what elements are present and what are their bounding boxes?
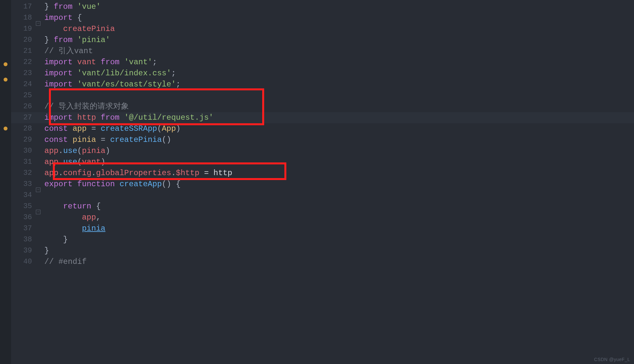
code-line[interactable]: 25 — [11, 90, 634, 101]
code-content[interactable]: import http from '@/util/request.js' — [42, 112, 634, 123]
code-line[interactable]: 39} — [11, 245, 634, 256]
code-content[interactable]: app, — [42, 212, 634, 223]
token: () { — [162, 180, 181, 189]
code-line[interactable]: 20} from 'pinia' — [11, 35, 634, 46]
token: . — [58, 146, 63, 155]
code-content[interactable]: return { — [42, 201, 634, 212]
marker-dot — [4, 127, 8, 130]
line-number: 35 — [11, 201, 35, 212]
token: import — [44, 113, 72, 122]
code-line[interactable]: 24import 'vant/es/toast/style'; — [11, 79, 634, 90]
fold-collapse-icon[interactable]: − — [36, 21, 40, 26]
code-line[interactable]: 29const pinia = createPinia() — [11, 134, 634, 145]
token: createPinia — [110, 135, 162, 144]
token — [72, 2, 77, 11]
token: createSSRApp — [101, 124, 157, 133]
line-number: 39 — [11, 245, 35, 256]
line-number: 31 — [11, 157, 35, 168]
token — [96, 113, 100, 122]
token: ; — [176, 80, 180, 89]
line-number: 26 — [11, 101, 35, 112]
token — [72, 80, 77, 89]
line-number: 40 — [11, 256, 35, 267]
token — [119, 58, 124, 67]
line-number: 17 — [11, 1, 35, 12]
code-content[interactable]: } from 'pinia' — [42, 35, 634, 46]
token: return — [63, 202, 91, 211]
token: 'pinia' — [77, 36, 110, 44]
marker-dot — [4, 78, 8, 82]
code-content[interactable]: import vant from 'vant'; — [42, 57, 634, 68]
code-line[interactable]: 26// 导入封装的请求对象 — [11, 101, 634, 112]
token: App — [162, 124, 176, 133]
token: } — [44, 246, 49, 255]
code-content[interactable]: // #endif — [42, 256, 634, 267]
code-content[interactable]: app.use(pinia) — [42, 145, 634, 157]
code-content[interactable]: const pinia = createPinia() — [42, 134, 634, 145]
token — [72, 180, 77, 189]
code-line[interactable]: 18−import { — [11, 12, 634, 23]
line-number: 38 — [11, 234, 35, 245]
code-content[interactable]: export function createApp() { — [42, 179, 634, 190]
token: 'vant' — [124, 58, 152, 67]
code-content[interactable]: pinia — [42, 223, 634, 234]
token: 'vant/lib/index.css' — [77, 69, 171, 78]
code-content[interactable]: import 'vant/es/toast/style'; — [42, 79, 634, 90]
code-content[interactable]: createPinia — [42, 23, 634, 35]
token: http — [214, 169, 233, 177]
line-number: 27 — [11, 112, 35, 123]
code-line[interactable]: 32app.config.globalProperties.$http = ht… — [11, 168, 634, 179]
token: function — [77, 180, 115, 189]
code-line[interactable]: 34 — [11, 190, 634, 201]
line-number: 33 — [11, 179, 35, 190]
code-line[interactable]: 21// 引入vant — [11, 46, 634, 57]
code-line[interactable]: 30app.use(pinia) — [11, 145, 634, 157]
code-line[interactable]: 28const app = createSSRApp(App) — [11, 123, 634, 134]
code-line[interactable]: 35− return { — [11, 201, 634, 212]
code-line[interactable]: 17} from 'vue' — [11, 1, 634, 12]
code-content[interactable]: import { — [42, 12, 634, 23]
code-content[interactable]: } from 'vue' — [42, 1, 634, 12]
code-area[interactable]: 17} from 'vue'18−import {19 createPinia2… — [11, 0, 634, 364]
token — [49, 2, 53, 11]
token: app — [82, 213, 96, 222]
token: use — [63, 158, 77, 166]
code-content[interactable]: const app = createSSRApp(App) — [42, 123, 634, 134]
code-line[interactable]: 38 } — [11, 234, 634, 245]
token: globalProperties — [96, 169, 171, 177]
token: , — [96, 213, 100, 222]
token: ( — [77, 146, 82, 155]
code-line[interactable]: 31app.use(vant) — [11, 157, 634, 168]
token: // 引入vant — [44, 47, 93, 55]
code-line[interactable]: 22import vant from 'vant'; — [11, 57, 634, 68]
code-content[interactable]: app.use(vant) — [42, 157, 634, 168]
code-content[interactable]: } — [42, 234, 634, 245]
code-content[interactable]: import 'vant/lib/index.css'; — [42, 68, 634, 79]
fold-collapse-icon[interactable]: − — [36, 188, 40, 192]
token: export — [44, 180, 72, 189]
token — [115, 180, 119, 189]
line-number: 20 — [11, 35, 35, 46]
code-line[interactable]: 40// #endif — [11, 256, 634, 267]
token: app — [72, 124, 86, 133]
code-content[interactable]: // 导入封装的请求对象 — [42, 101, 634, 112]
code-content[interactable]: } — [42, 245, 634, 256]
line-number: 36 — [11, 212, 35, 223]
line-number: 34 — [11, 190, 35, 201]
code-editor[interactable]: 17} from 'vue'18−import {19 createPinia2… — [0, 0, 634, 364]
code-line[interactable]: 19 createPinia — [11, 23, 634, 35]
token: pinia — [82, 146, 105, 155]
marker-gutter — [0, 0, 11, 364]
code-line[interactable]: 37 pinia — [11, 223, 634, 234]
token: use — [63, 146, 77, 155]
code-content[interactable]: app.config.globalProperties.$http = http — [42, 168, 634, 179]
code-line[interactable]: 33−export function createApp() { — [11, 179, 634, 190]
code-line[interactable]: 36 app, — [11, 212, 634, 223]
code-content[interactable]: // 引入vant — [42, 46, 634, 57]
token: from — [54, 2, 73, 11]
fold-collapse-icon[interactable]: − — [36, 210, 40, 214]
code-line[interactable]: 27import http from '@/util/request.js' — [11, 112, 634, 123]
token: import — [44, 58, 72, 67]
code-line[interactable]: 23import 'vant/lib/index.css'; — [11, 68, 634, 79]
line-number: 23 — [11, 68, 35, 79]
